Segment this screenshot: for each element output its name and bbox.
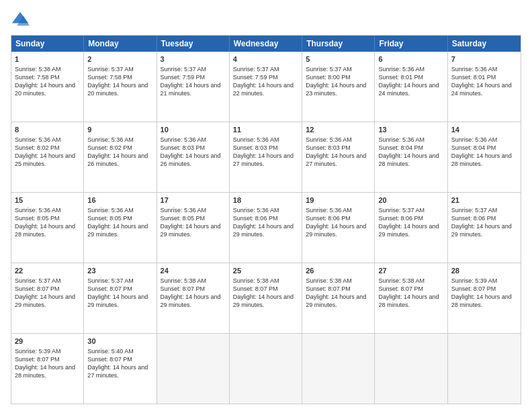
day-number: 6	[378, 54, 443, 64]
day-number: 12	[306, 125, 371, 135]
calendar-row-1: 1Sunrise: 5:38 AMSunset: 7:58 PMDaylight…	[11, 52, 521, 122]
day-cell-30: 30Sunrise: 5:40 AMSunset: 8:07 PMDayligh…	[84, 334, 157, 404]
calendar-row-3: 15Sunrise: 5:36 AMSunset: 8:05 PMDayligh…	[11, 192, 521, 263]
day-cell-19: 19Sunrise: 5:36 AMSunset: 8:06 PMDayligh…	[302, 193, 375, 263]
day-number: 10	[161, 125, 226, 135]
day-number: 8	[15, 125, 80, 135]
empty-cell	[230, 334, 302, 404]
calendar-body: 1Sunrise: 5:38 AMSunset: 7:58 PMDaylight…	[11, 52, 521, 404]
calendar: SundayMondayTuesdayWednesdayThursdayFrid…	[11, 35, 521, 404]
day-cell-7: 7Sunrise: 5:36 AMSunset: 8:01 PMDaylight…	[448, 52, 521, 122]
day-info: Sunrise: 5:36 AMSunset: 8:02 PMDaylight:…	[15, 136, 80, 169]
day-cell-22: 22Sunrise: 5:37 AMSunset: 8:07 PMDayligh…	[11, 263, 84, 333]
header-day-sunday: Sunday	[11, 36, 84, 52]
day-cell-6: 6Sunrise: 5:36 AMSunset: 8:01 PMDaylight…	[375, 52, 447, 122]
day-cell-8: 8Sunrise: 5:36 AMSunset: 8:02 PMDaylight…	[11, 122, 84, 192]
day-info: Sunrise: 5:38 AMSunset: 8:07 PMDaylight:…	[306, 277, 371, 310]
logo-icon	[11, 9, 30, 28]
empty-cell	[302, 334, 375, 404]
header-day-monday: Monday	[84, 36, 157, 52]
day-info: Sunrise: 5:36 AMSunset: 8:03 PMDaylight:…	[161, 136, 226, 169]
day-number: 29	[15, 336, 80, 347]
day-info: Sunrise: 5:36 AMSunset: 8:02 PMDaylight:…	[87, 136, 152, 169]
day-info: Sunrise: 5:37 AMSunset: 7:59 PMDaylight:…	[161, 65, 226, 98]
day-number: 9	[87, 125, 152, 135]
page: SundayMondayTuesdayWednesdayThursdayFrid…	[0, 0, 532, 411]
day-info: Sunrise: 5:36 AMSunset: 8:01 PMDaylight:…	[378, 65, 443, 98]
day-info: Sunrise: 5:36 AMSunset: 8:04 PMDaylight:…	[378, 136, 443, 169]
day-number: 25	[233, 266, 298, 276]
day-cell-24: 24Sunrise: 5:38 AMSunset: 8:07 PMDayligh…	[157, 263, 230, 333]
day-info: Sunrise: 5:38 AMSunset: 8:07 PMDaylight:…	[161, 277, 226, 310]
day-cell-23: 23Sunrise: 5:37 AMSunset: 8:07 PMDayligh…	[84, 263, 157, 333]
day-info: Sunrise: 5:39 AMSunset: 8:07 PMDaylight:…	[451, 277, 517, 310]
day-info: Sunrise: 5:37 AMSunset: 7:59 PMDaylight:…	[233, 65, 298, 98]
day-number: 26	[306, 266, 371, 276]
day-info: Sunrise: 5:37 AMSunset: 8:00 PMDaylight:…	[306, 65, 371, 98]
day-cell-28: 28Sunrise: 5:39 AMSunset: 8:07 PMDayligh…	[448, 263, 521, 333]
day-number: 11	[233, 125, 298, 135]
empty-cell	[448, 334, 521, 404]
day-cell-2: 2Sunrise: 5:37 AMSunset: 7:58 PMDaylight…	[84, 52, 157, 122]
day-info: Sunrise: 5:36 AMSunset: 8:04 PMDaylight:…	[451, 136, 517, 169]
day-number: 3	[161, 54, 226, 64]
calendar-row-2: 8Sunrise: 5:36 AMSunset: 8:02 PMDaylight…	[11, 122, 521, 192]
day-info: Sunrise: 5:39 AMSunset: 8:07 PMDaylight:…	[15, 347, 80, 380]
header-day-tuesday: Tuesday	[157, 36, 230, 52]
header-day-thursday: Thursday	[302, 36, 375, 52]
day-info: Sunrise: 5:36 AMSunset: 8:03 PMDaylight:…	[306, 136, 371, 169]
day-cell-3: 3Sunrise: 5:37 AMSunset: 7:59 PMDaylight…	[157, 52, 230, 122]
header-day-wednesday: Wednesday	[230, 36, 302, 52]
day-info: Sunrise: 5:40 AMSunset: 8:07 PMDaylight:…	[87, 347, 152, 380]
day-cell-9: 9Sunrise: 5:36 AMSunset: 8:02 PMDaylight…	[84, 122, 157, 192]
day-info: Sunrise: 5:36 AMSunset: 8:06 PMDaylight:…	[233, 206, 298, 239]
day-cell-10: 10Sunrise: 5:36 AMSunset: 8:03 PMDayligh…	[157, 122, 230, 192]
day-cell-13: 13Sunrise: 5:36 AMSunset: 8:04 PMDayligh…	[375, 122, 447, 192]
header-day-friday: Friday	[375, 36, 447, 52]
day-cell-1: 1Sunrise: 5:38 AMSunset: 7:58 PMDaylight…	[11, 52, 84, 122]
day-info: Sunrise: 5:38 AMSunset: 8:07 PMDaylight:…	[233, 277, 298, 310]
day-number: 4	[233, 54, 298, 64]
day-number: 16	[87, 195, 152, 205]
empty-cell	[157, 334, 230, 404]
day-cell-27: 27Sunrise: 5:38 AMSunset: 8:07 PMDayligh…	[375, 263, 447, 333]
day-number: 14	[451, 125, 517, 135]
logo	[11, 9, 32, 28]
day-info: Sunrise: 5:36 AMSunset: 8:01 PMDaylight:…	[451, 65, 517, 98]
day-cell-25: 25Sunrise: 5:38 AMSunset: 8:07 PMDayligh…	[230, 263, 302, 333]
day-info: Sunrise: 5:36 AMSunset: 8:05 PMDaylight:…	[87, 206, 152, 239]
day-info: Sunrise: 5:36 AMSunset: 8:03 PMDaylight:…	[233, 136, 298, 169]
calendar-row-5: 29Sunrise: 5:39 AMSunset: 8:07 PMDayligh…	[11, 333, 521, 404]
day-number: 7	[451, 54, 517, 64]
day-number: 13	[378, 125, 443, 135]
day-cell-11: 11Sunrise: 5:36 AMSunset: 8:03 PMDayligh…	[230, 122, 302, 192]
day-info: Sunrise: 5:38 AMSunset: 8:07 PMDaylight:…	[378, 277, 443, 310]
day-info: Sunrise: 5:37 AMSunset: 8:06 PMDaylight:…	[451, 206, 517, 239]
day-number: 1	[15, 54, 80, 64]
empty-cell	[375, 334, 447, 404]
day-cell-15: 15Sunrise: 5:36 AMSunset: 8:05 PMDayligh…	[11, 193, 84, 263]
day-info: Sunrise: 5:37 AMSunset: 8:07 PMDaylight:…	[15, 277, 80, 310]
day-number: 5	[306, 54, 371, 64]
day-number: 28	[451, 266, 517, 276]
day-cell-26: 26Sunrise: 5:38 AMSunset: 8:07 PMDayligh…	[302, 263, 375, 333]
day-number: 20	[378, 195, 443, 205]
day-number: 22	[15, 266, 80, 276]
day-number: 21	[451, 195, 517, 205]
day-cell-4: 4Sunrise: 5:37 AMSunset: 7:59 PMDaylight…	[230, 52, 302, 122]
day-info: Sunrise: 5:38 AMSunset: 7:58 PMDaylight:…	[15, 65, 80, 98]
day-cell-20: 20Sunrise: 5:37 AMSunset: 8:06 PMDayligh…	[375, 193, 447, 263]
day-cell-5: 5Sunrise: 5:37 AMSunset: 8:00 PMDaylight…	[302, 52, 375, 122]
calendar-row-4: 22Sunrise: 5:37 AMSunset: 8:07 PMDayligh…	[11, 263, 521, 333]
day-info: Sunrise: 5:36 AMSunset: 8:06 PMDaylight:…	[306, 206, 371, 239]
day-number: 15	[15, 195, 80, 205]
day-number: 2	[87, 54, 152, 64]
day-info: Sunrise: 5:36 AMSunset: 8:05 PMDaylight:…	[161, 206, 226, 239]
day-number: 24	[161, 266, 226, 276]
day-number: 23	[87, 266, 152, 276]
day-info: Sunrise: 5:37 AMSunset: 7:58 PMDaylight:…	[87, 65, 152, 98]
day-cell-17: 17Sunrise: 5:36 AMSunset: 8:05 PMDayligh…	[157, 193, 230, 263]
day-number: 17	[161, 195, 226, 205]
day-number: 19	[306, 195, 371, 205]
calendar-header: SundayMondayTuesdayWednesdayThursdayFrid…	[11, 36, 521, 52]
